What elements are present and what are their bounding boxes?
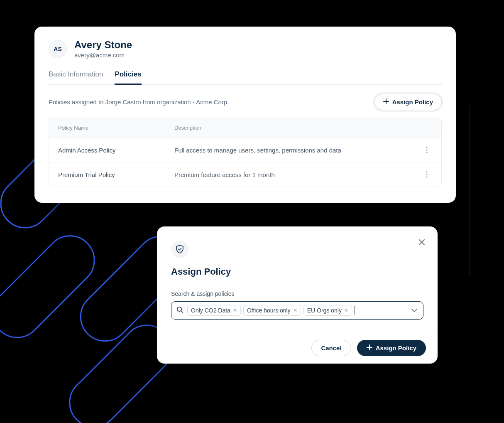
close-button[interactable]	[416, 236, 428, 248]
chip-label: EU Orgs only	[307, 307, 342, 314]
tab-basic-information[interactable]: Basic Information	[49, 66, 103, 85]
assign-policy-submit-button[interactable]: Assign Policy	[357, 340, 426, 356]
svg-point-1	[426, 149, 427, 150]
assign-policy-button-label: Assign Policy	[392, 98, 433, 106]
chip: EU Orgs only ✕	[303, 305, 352, 316]
modal-title: Assign Policy	[171, 266, 423, 277]
search-icon	[176, 306, 183, 315]
col-header-name: Policy Name	[58, 125, 174, 131]
chip-label: Only CO2 Data	[191, 307, 230, 314]
row-actions-menu[interactable]	[421, 169, 432, 180]
user-detail-panel: AS Avery Stone avery@acme.com Basic Info…	[34, 27, 456, 203]
row-actions-menu[interactable]	[421, 145, 432, 155]
chip-remove[interactable]: ✕	[344, 307, 348, 313]
shield-icon	[171, 241, 188, 258]
search-field-label: Search & assign policies	[171, 290, 423, 297]
policy-description-cell: Premium feature access for 1 month	[174, 171, 411, 178]
svg-point-0	[426, 147, 427, 148]
user-header: AS Avery Stone avery@acme.com	[49, 39, 442, 59]
close-icon	[418, 239, 425, 246]
svg-point-3	[426, 171, 427, 172]
tab-policies[interactable]: Policies	[115, 66, 141, 85]
policy-description-cell: Full access to manage users, settings, p…	[174, 147, 411, 154]
policies-header-row: Policies assigned to Jorge Castro from o…	[49, 94, 442, 110]
chip-label: Office hours only	[247, 307, 291, 314]
avatar: AS	[49, 40, 67, 58]
svg-point-4	[426, 174, 427, 175]
modal-footer: Cancel Assign Policy	[157, 332, 438, 364]
plus-icon	[383, 98, 389, 106]
chip: Office hours only ✕	[243, 305, 301, 316]
text-cursor	[355, 306, 355, 315]
user-email: avery@acme.com	[74, 52, 132, 59]
user-name: Avery Stone	[74, 39, 132, 51]
policy-name-cell: Admin Access Policy	[58, 147, 174, 154]
assign-policy-button[interactable]: Assign Policy	[374, 94, 442, 110]
table-header: Policy Name Description	[49, 118, 441, 138]
assign-policy-submit-label: Assign Policy	[376, 344, 416, 352]
chip-remove[interactable]: ✕	[293, 307, 297, 313]
policy-name-cell: Premium Trial Policy	[58, 171, 174, 178]
table-row: Premium Trial Policy Premium feature acc…	[49, 162, 441, 187]
policy-search-multiselect[interactable]: Only CO2 Data ✕ Office hours only ✕ EU O…	[171, 301, 423, 320]
kebab-icon	[426, 147, 428, 153]
col-header-description: Description	[174, 125, 411, 131]
cancel-button[interactable]: Cancel	[311, 340, 351, 356]
tabs: Basic Information Policies	[49, 66, 442, 85]
assign-policy-modal: Assign Policy Search & assign policies O…	[157, 226, 438, 364]
kebab-icon	[426, 171, 428, 178]
chip-remove[interactable]: ✕	[233, 307, 237, 313]
chip: Only CO2 Data ✕	[187, 305, 241, 316]
chevron-down-icon[interactable]	[411, 307, 417, 314]
table-row: Admin Access Policy Full access to manag…	[49, 138, 441, 162]
cancel-button-label: Cancel	[321, 344, 341, 352]
policies-caption: Policies assigned to Jorge Castro from o…	[49, 98, 229, 106]
policies-table: Policy Name Description Admin Access Pol…	[49, 118, 442, 187]
plus-icon	[367, 344, 372, 352]
svg-point-2	[426, 152, 427, 153]
svg-point-5	[426, 176, 427, 177]
